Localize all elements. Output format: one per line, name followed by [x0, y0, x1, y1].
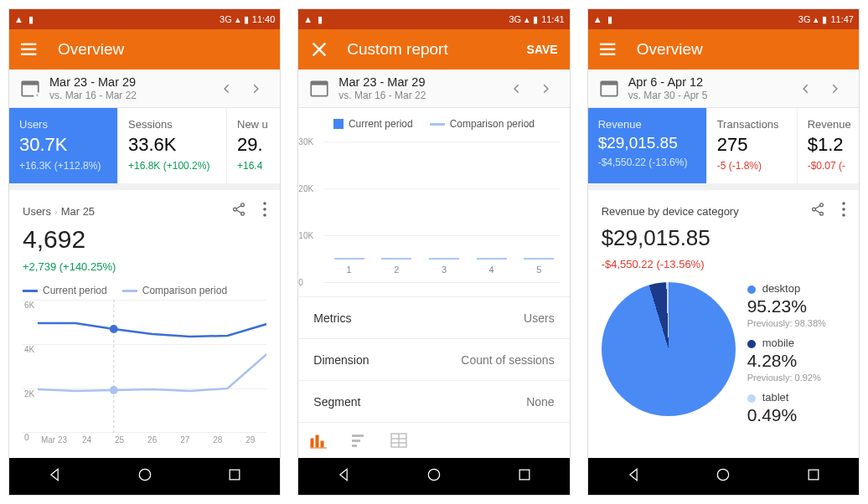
- home-icon[interactable]: [715, 466, 731, 486]
- app-bar: Overview: [588, 29, 859, 69]
- svg-rect-1: [21, 49, 36, 50]
- row-dimension[interactable]: DimensionCount of sessions: [298, 338, 569, 380]
- app-title: Overview: [637, 40, 703, 59]
- menu-icon[interactable]: [21, 40, 39, 59]
- save-button[interactable]: SAVE: [527, 43, 558, 56]
- home-icon[interactable]: [137, 466, 153, 486]
- svg-rect-19: [311, 439, 313, 447]
- legend-mobile: mobile 4.28% Previously: 0.92%: [747, 337, 826, 383]
- svg-rect-33: [600, 49, 615, 50]
- chevron-right-icon[interactable]: [820, 75, 849, 103]
- home-icon[interactable]: [426, 466, 442, 486]
- svg-point-10: [264, 208, 267, 211]
- chevron-right-icon[interactable]: [241, 75, 270, 103]
- chart-legend: Current period Comparison period: [23, 285, 266, 296]
- recents-icon[interactable]: [516, 466, 533, 486]
- android-nav-bar: [588, 458, 859, 495]
- share-icon[interactable]: [231, 202, 246, 220]
- svg-point-41: [842, 208, 845, 211]
- clock: 11:40: [252, 14, 276, 24]
- metric-revenue[interactable]: Revenue $29,015.85 -$4,550.22 (-13.6%): [588, 108, 707, 183]
- warning-icon: ▲: [303, 14, 313, 25]
- overflow-icon[interactable]: [263, 202, 266, 220]
- svg-point-40: [842, 202, 845, 205]
- line-chart[interactable]: 6K 4K 2K 0: [23, 300, 266, 434]
- svg-rect-31: [519, 470, 530, 480]
- svg-rect-32: [600, 44, 615, 45]
- chevron-right-icon[interactable]: [531, 75, 560, 103]
- svg-point-5: [34, 92, 41, 100]
- status-bar: ▲ ▮ 3G ▴ ▮ 11:40: [9, 9, 280, 29]
- metric-cards[interactable]: Revenue $29,015.85 -$4,550.22 (-13.6%) T…: [588, 108, 859, 183]
- overflow-icon[interactable]: [842, 202, 845, 220]
- metric-revenue-per[interactable]: Revenue $1.2 -$0.07 (-: [798, 108, 859, 183]
- back-icon[interactable]: [625, 466, 642, 486]
- clock: 11:47: [830, 14, 854, 24]
- sd-card-icon: ▮: [607, 14, 612, 25]
- status-bar: ▲▮ 3G▴▮11:47: [588, 9, 859, 29]
- sd-card-icon: ▮: [318, 14, 323, 25]
- svg-point-9: [264, 202, 267, 205]
- bar-chart[interactable]: 30K 20K 10K 0 1 2 3 4 5: [298, 133, 569, 296]
- date-range-row[interactable]: Apr 6 - Apr 12 vs. Mar 30 - Apr 5: [588, 69, 859, 108]
- signal-icon: ▴: [524, 14, 530, 25]
- date-range: Apr 6 - Apr 12: [628, 75, 792, 89]
- row-metrics[interactable]: MetricsUsers: [298, 296, 569, 338]
- view-toggle-bar: [298, 422, 569, 458]
- row-segment[interactable]: SegmentNone: [298, 380, 569, 422]
- clock: 11:41: [541, 14, 565, 24]
- svg-rect-2: [21, 54, 36, 55]
- detail-card: Revenue by device category $29,015.85 -$…: [588, 190, 859, 458]
- back-icon[interactable]: [335, 466, 352, 486]
- phone-screen-1: ▲ ▮ 3G ▴ ▮ 11:40 Overview Mar 23 - Mar 2…: [8, 8, 281, 496]
- chevron-left-icon[interactable]: [792, 75, 820, 103]
- sd-card-icon: ▮: [28, 14, 34, 25]
- chevron-left-icon[interactable]: [503, 75, 531, 103]
- pie-chart[interactable]: [602, 282, 736, 416]
- network-icon: 3G: [509, 14, 521, 24]
- config-rows: MetricsUsers DimensionCount of sessions …: [298, 296, 569, 422]
- app-bar: Overview: [9, 29, 280, 69]
- metric-transactions[interactable]: Transactions 275 -5 (-1.8%): [707, 108, 798, 183]
- date-range-row[interactable]: Mar 23 - Mar 29 vs. Mar 16 - Mar 22: [9, 69, 280, 108]
- status-bar: ▲▮ 3G▴▮11:41: [298, 9, 569, 29]
- svg-point-30: [428, 469, 439, 480]
- date-range-row[interactable]: Mar 23 - Mar 29 vs. Mar 16 - Mar 22: [298, 69, 569, 108]
- svg-point-11: [264, 213, 267, 217]
- warning-icon: ▲: [593, 14, 602, 25]
- phone-screen-2: ▲▮ 3G▴▮11:41 Custom report SAVE Mar 23 -…: [297, 8, 570, 496]
- date-compare: vs. Mar 16 - Mar 22: [49, 90, 213, 101]
- horizontal-bar-icon[interactable]: [350, 432, 367, 449]
- card-title: Revenue by device category: [602, 205, 739, 218]
- share-icon[interactable]: [810, 202, 825, 220]
- recents-icon[interactable]: [226, 466, 243, 486]
- warning-icon: ▲: [14, 14, 23, 25]
- svg-point-13: [110, 325, 118, 333]
- svg-rect-0: [21, 44, 36, 45]
- metric-sessions[interactable]: Sessions 33.6K +16.8K (+100.2%): [118, 108, 227, 183]
- legend-tablet: tablet 0.49%: [747, 391, 826, 425]
- menu-icon[interactable]: [600, 40, 618, 59]
- metric-cards[interactable]: Users 30.7K +16.3K (+112.8%) Sessions 33…: [9, 108, 280, 183]
- close-icon[interactable]: [310, 40, 328, 59]
- network-icon: 3G: [220, 14, 232, 24]
- chevron-left-icon[interactable]: [213, 75, 241, 103]
- metric-users[interactable]: Users 30.7K +16.3K (+112.8%): [9, 108, 118, 183]
- svg-rect-4: [22, 81, 39, 85]
- bar-chart-icon[interactable]: [310, 432, 327, 449]
- calendar-icon: [19, 78, 41, 100]
- metric-new-users[interactable]: New u 29. +16.4: [227, 108, 280, 183]
- recents-icon[interactable]: [805, 466, 822, 486]
- pie-legend: desktop 95.23% Previously: 98.38% mobile…: [747, 282, 826, 425]
- battery-icon: ▮: [244, 14, 249, 25]
- breadcrumb: Users›Mar 25: [23, 205, 95, 218]
- svg-rect-24: [352, 440, 360, 442]
- android-nav-bar: [298, 458, 569, 495]
- signal-icon: ▴: [814, 14, 819, 25]
- app-title: Custom report: [347, 40, 447, 59]
- svg-rect-21: [321, 441, 323, 447]
- table-icon[interactable]: [390, 432, 407, 449]
- battery-icon: ▮: [533, 14, 538, 25]
- network-icon: 3G: [798, 14, 811, 24]
- back-icon[interactable]: [46, 466, 63, 486]
